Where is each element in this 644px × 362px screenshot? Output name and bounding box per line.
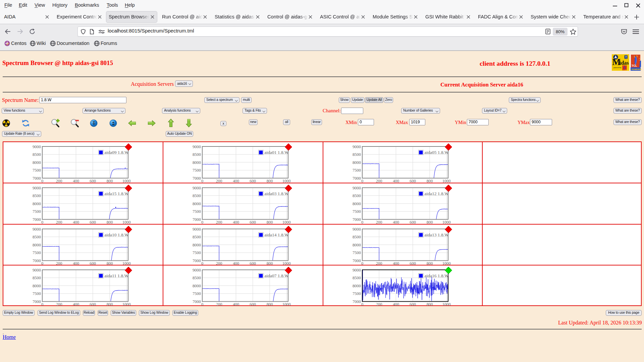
svg-text:1000: 1000 [442,302,451,306]
svg-text:400: 400 [393,220,399,224]
svg-text:7000: 7000 [193,217,201,222]
svg-text:600: 600 [250,302,256,306]
svg-text:1000: 1000 [442,220,451,224]
svg-text:7500: 7500 [353,209,361,214]
svg-text:8500: 8500 [33,152,41,157]
svg-text:aida13 1.8.W: aida13 1.8.W [425,232,449,237]
svg-text:aida09 1.8.W: aida09 1.8.W [105,150,129,155]
svg-text:200: 200 [376,220,382,224]
svg-text:200: 200 [56,220,62,224]
svg-text:9000: 9000 [193,268,201,273]
svg-text:7000: 7000 [33,176,41,181]
svg-text:POWERED: POWERED [623,69,629,71]
svg-text:7500: 7500 [33,168,41,173]
svg-text:8000: 8000 [193,160,201,165]
svg-text:7000: 7000 [193,299,201,304]
svg-text:400: 400 [73,220,79,224]
svg-text:400: 400 [233,179,239,183]
svg-text:9000: 9000 [353,227,361,232]
svg-text:9000: 9000 [193,227,201,232]
svg-text:9000: 9000 [353,144,361,149]
svg-text:7500: 7500 [353,250,361,255]
svg-text:1000: 1000 [282,302,291,306]
svg-text:600: 600 [90,179,96,183]
svg-text:0: 0 [41,302,43,306]
svg-text:9000: 9000 [353,268,361,273]
svg-text:aida11 1.8.W: aida11 1.8.W [105,273,129,278]
svg-text:8500: 8500 [193,152,201,157]
svg-text:7500: 7500 [193,209,201,214]
svg-text:7000: 7000 [33,258,41,263]
svg-text:idas: idas [620,60,629,66]
svg-text:7000: 7000 [353,299,361,304]
svg-text:1000: 1000 [282,220,291,224]
svg-text:7000: 7000 [33,299,41,304]
svg-text:9000: 9000 [33,268,41,273]
svg-text:7000: 7000 [353,258,361,263]
svg-text:800: 800 [107,302,113,306]
svg-text:1000: 1000 [282,179,291,183]
svg-text:7500: 7500 [353,168,361,173]
svg-text:8000: 8000 [353,284,361,288]
svg-text:800: 800 [427,179,433,183]
svg-text:400: 400 [393,302,399,306]
svg-text:7000: 7000 [353,217,361,222]
svg-text:9000: 9000 [353,186,361,190]
svg-text:8500: 8500 [33,193,41,198]
svg-text:800: 800 [427,220,433,224]
svg-text:7500: 7500 [33,291,41,296]
svg-text:7000: 7000 [193,176,201,181]
svg-text:8000: 8000 [353,160,361,165]
svg-text:8000: 8000 [33,243,41,247]
svg-text:8500: 8500 [353,152,361,157]
svg-text:200: 200 [216,220,222,224]
svg-text:7500: 7500 [33,250,41,255]
svg-text:9000: 9000 [193,186,201,190]
svg-text:9000: 9000 [33,144,41,149]
svg-text:0: 0 [201,302,203,306]
svg-text:800: 800 [427,302,433,306]
svg-text:600: 600 [250,179,256,183]
svg-text:8500: 8500 [353,276,361,280]
svg-text:0: 0 [201,179,203,183]
svg-text:200: 200 [56,179,62,183]
svg-text:0: 0 [361,220,363,224]
svg-text:aida14 1.8.W: aida14 1.8.W [265,232,289,237]
svg-text:0: 0 [361,179,363,183]
svg-text:200: 200 [376,302,382,306]
svg-text:600: 600 [250,220,256,224]
svg-text:7500: 7500 [353,291,361,296]
svg-text:8000: 8000 [193,284,201,288]
svg-text:800: 800 [107,179,113,183]
svg-text:8500: 8500 [33,235,41,239]
svg-text:8500: 8500 [353,235,361,239]
svg-text:600: 600 [90,220,96,224]
svg-text:9000: 9000 [193,144,201,149]
svg-text:powered by: powered by [613,67,622,68]
svg-text:aida15 1.8.W: aida15 1.8.W [105,191,129,196]
svg-text:600: 600 [410,220,416,224]
svg-text:800: 800 [267,220,273,224]
svg-text:8000: 8000 [33,201,41,206]
svg-text:400: 400 [73,179,79,183]
svg-text:0: 0 [361,302,363,306]
svg-text:aida16 1.8.W: aida16 1.8.W [425,273,449,278]
svg-text:200: 200 [216,179,222,183]
svg-text:600: 600 [410,302,416,306]
svg-text:800: 800 [267,179,273,183]
svg-text:8000: 8000 [33,284,41,288]
svg-text:7000: 7000 [193,258,201,263]
svg-text:7000: 7000 [353,176,361,181]
svg-text:1000: 1000 [122,179,131,183]
svg-text:400: 400 [73,302,79,306]
svg-text:400: 400 [233,220,239,224]
svg-text:0: 0 [201,220,203,224]
svg-text:8500: 8500 [193,276,201,280]
svg-text:aida07 1.8.W: aida07 1.8.W [265,273,289,278]
svg-text:8500: 8500 [193,193,201,198]
svg-text:8500: 8500 [353,193,361,198]
svg-text:7500: 7500 [33,209,41,214]
svg-text:aida01 1.8.W: aida01 1.8.W [265,150,289,155]
svg-text:7500: 7500 [193,168,201,173]
svg-text:TCL: TCL [632,64,637,67]
